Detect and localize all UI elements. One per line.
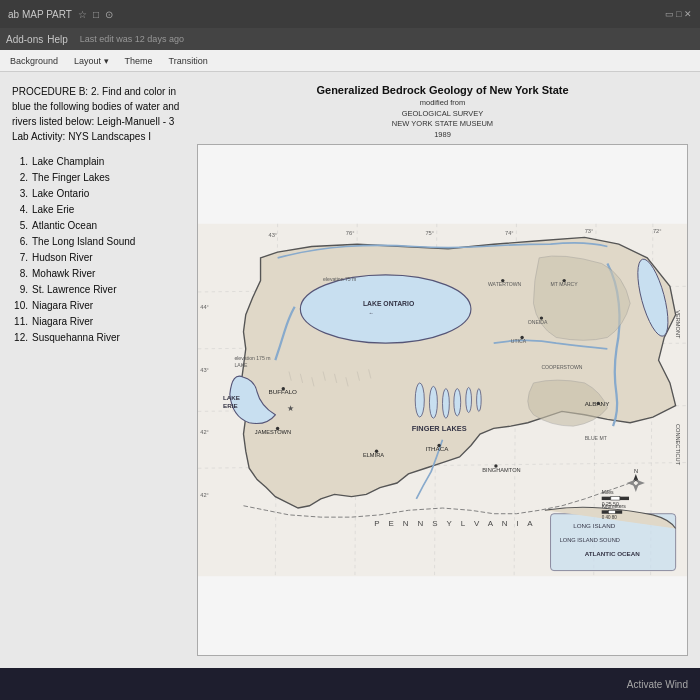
addons-menu[interactable]: Add-ons <box>6 34 43 45</box>
svg-text:elevation 175 m: elevation 175 m <box>234 355 270 361</box>
svg-point-83 <box>501 279 504 282</box>
list-number: 7. <box>12 250 28 266</box>
procedure-text: PROCEDURE B: 2. Find and color in blue t… <box>12 84 187 144</box>
list-number: 3. <box>12 186 28 202</box>
svg-text:43°: 43° <box>200 367 209 373</box>
svg-point-78 <box>494 464 497 467</box>
list-item: 11.Niagara River <box>12 314 187 330</box>
svg-point-45 <box>282 387 285 390</box>
list-number: 8. <box>12 266 28 282</box>
svg-rect-75 <box>615 510 622 513</box>
svg-text:LONG ISLAND SOUND: LONG ISLAND SOUND <box>560 537 620 543</box>
list-text: Atlantic Ocean <box>32 218 97 234</box>
svg-rect-73 <box>602 510 609 513</box>
svg-text:elevation 75 m: elevation 75 m <box>323 276 356 282</box>
last-edit: Last edit was 12 days ago <box>80 34 184 44</box>
list-item: 10.Niagara River <box>12 298 187 314</box>
svg-text:Miles: Miles <box>602 489 614 495</box>
list-item: 6.The Long Island Sound <box>12 234 187 250</box>
screen: ab MAP PART ☆ □ ⊙ ▭ □ ✕ Add-ons Help Las… <box>0 0 700 700</box>
map-svg: LAKE ONTARIO ← LAKE ERIE FINGER LAKES <box>198 145 687 655</box>
svg-text:WATERTOWN: WATERTOWN <box>488 281 522 287</box>
svg-text:FINGER   LAKES: FINGER LAKES <box>412 424 467 433</box>
svg-text:42°: 42° <box>200 429 209 435</box>
menu-bar: Add-ons Help Last edit was 12 days ago <box>0 28 700 50</box>
svg-rect-74 <box>609 510 616 513</box>
square-icon[interactable]: □ <box>93 9 99 20</box>
list-item: 12.Susquehanna River <box>12 330 187 346</box>
svg-text:ERIE: ERIE <box>223 402 238 409</box>
svg-text:Kilometers: Kilometers <box>602 503 627 509</box>
svg-text:74°: 74° <box>505 230 514 236</box>
list-item: 3.Lake Ontario <box>12 186 187 202</box>
svg-rect-70 <box>620 497 629 500</box>
svg-rect-69 <box>611 497 620 500</box>
svg-point-20 <box>466 387 472 412</box>
list-text: Lake Champlain <box>32 154 104 170</box>
svg-point-17 <box>429 386 437 418</box>
svg-text:LONG ISLAND: LONG ISLAND <box>573 523 616 530</box>
layout-btn[interactable]: Layout ▾ <box>70 55 113 67</box>
svg-text:ATLANTIC OCEAN: ATLANTIC OCEAN <box>585 550 641 557</box>
star-icon[interactable]: ☆ <box>78 9 87 20</box>
svg-text:LAKE: LAKE <box>234 362 248 368</box>
svg-text:ONEIDA: ONEIDA <box>528 319 548 325</box>
list-item: 9.St. Lawrence River <box>12 282 187 298</box>
list-item: 2.The Finger Lakes <box>12 170 187 186</box>
map-container: LAKE ONTARIO ← LAKE ERIE FINGER LAKES <box>197 144 688 656</box>
main-content: PROCEDURE B: 2. Find and color in blue t… <box>0 72 700 668</box>
svg-text:0  40  80: 0 40 80 <box>602 515 618 520</box>
svg-point-16 <box>415 383 424 417</box>
transition-btn[interactable]: Transition <box>165 55 212 67</box>
svg-text:←: ← <box>369 310 375 316</box>
list-text: Mohawk River <box>32 266 95 282</box>
list-number: 10. <box>12 298 28 314</box>
svg-text:CONNECTICUT: CONNECTICUT <box>675 424 681 466</box>
body-of-water-list: 1.Lake Champlain2.The Finger Lakes3.Lake… <box>12 154 187 346</box>
tab-label: ab MAP PART <box>8 9 72 20</box>
svg-text:ELMIRA: ELMIRA <box>363 452 384 458</box>
list-item: 4.Lake Erie <box>12 202 187 218</box>
list-text: Hudson River <box>32 250 93 266</box>
svg-point-87 <box>520 336 523 339</box>
svg-text:N: N <box>634 468 638 474</box>
svg-text:LAKE ONTARIO: LAKE ONTARIO <box>363 300 415 307</box>
list-number: 11. <box>12 314 28 330</box>
svg-point-19 <box>454 389 461 416</box>
svg-text:42°: 42° <box>200 492 209 498</box>
background-btn[interactable]: Background <box>6 55 62 67</box>
svg-text:COOPERSTOWN: COOPERSTOWN <box>541 364 582 370</box>
svg-point-81 <box>562 279 565 282</box>
window-controls: ▭ □ ✕ <box>665 9 692 19</box>
list-item: 1.Lake Champlain <box>12 154 187 170</box>
svg-text:ITHACA: ITHACA <box>425 445 449 452</box>
svg-text:BLUE MT: BLUE MT <box>585 435 607 441</box>
svg-text:75°: 75° <box>425 230 434 236</box>
list-number: 2. <box>12 170 28 186</box>
list-text: Lake Erie <box>32 202 74 218</box>
svg-text:76°: 76° <box>346 230 355 236</box>
list-item: 7.Hudson River <box>12 250 187 266</box>
toolbar: Background Layout ▾ Theme Transition <box>0 50 700 72</box>
svg-point-43 <box>375 449 378 452</box>
top-bar: ab MAP PART ☆ □ ⊙ ▭ □ ✕ <box>0 0 700 28</box>
taskbar: Activate Wind <box>0 668 700 700</box>
list-number: 4. <box>12 202 28 218</box>
list-number: 12. <box>12 330 28 346</box>
list-text: Niagara River <box>32 298 93 314</box>
svg-text:72°: 72° <box>653 228 662 234</box>
list-text: The Finger Lakes <box>32 170 110 186</box>
circle-icon[interactable]: ⊙ <box>105 9 113 20</box>
svg-text:LAKE: LAKE <box>223 394 240 401</box>
list-number: 9. <box>12 282 28 298</box>
svg-text:44°: 44° <box>200 304 209 310</box>
help-menu[interactable]: Help <box>47 34 68 45</box>
map-title: Generalized Bedrock Geology of New York … <box>316 84 568 96</box>
list-number: 1. <box>12 154 28 170</box>
svg-point-41 <box>276 427 279 430</box>
list-text: Niagara River <box>32 314 93 330</box>
svg-point-18 <box>443 389 450 419</box>
right-panel: Generalized Bedrock Geology of New York … <box>197 84 688 656</box>
theme-btn[interactable]: Theme <box>121 55 157 67</box>
list-number: 6. <box>12 234 28 250</box>
